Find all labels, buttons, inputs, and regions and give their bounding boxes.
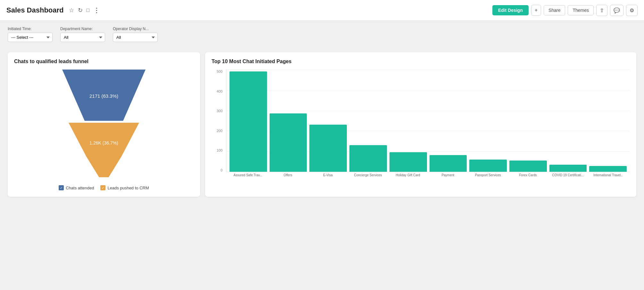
bar-wrapper[interactable] [549,70,587,172]
bar-wrapper[interactable] [589,70,627,172]
bar-wrapper[interactable] [349,70,387,172]
save-icon[interactable]: □ [87,7,90,13]
x-axis-label: Payment [429,172,467,185]
x-axis-label: Assured Safe Trav... [229,172,267,185]
bar [349,145,387,172]
funnel-top-shape: 2171 (63.3%) [56,70,152,124]
y-axis-label: 100 [217,148,222,152]
x-axis-label: Offers [269,172,307,185]
bar [430,155,467,172]
bar-chart-title: Top 10 Most Chat Initiated Pages [212,59,630,64]
y-axis-label: 500 [217,70,222,73]
filter-department-label: Department Name: [60,27,105,31]
export-button[interactable]: ⇧ [596,5,607,16]
filters-bar: Initiated Time: --- Select --- Departmen… [0,21,644,47]
funnel-bottom-shape: 1.26K (36.7%) [69,123,139,179]
legend-leads-crm-label: Leads pushed to CRM [107,186,149,190]
filter-initiated-time-select[interactable]: --- Select --- [8,33,53,42]
filter-operator-label: Operator Display N... [113,27,158,31]
x-axis-label: Forex Cards [509,172,547,185]
legend-chats-attended: ✓ Chats attended [59,185,94,190]
settings-button[interactable]: ⚙ [626,5,638,16]
funnel-card: Chats to qualified leads funnel 2171 (63… [8,52,200,197]
themes-button[interactable]: Themes [568,5,594,15]
bar [270,113,307,172]
y-axis-label: 200 [217,129,222,133]
bar [230,71,267,172]
main-content: Chats to qualified leads funnel 2171 (63… [0,47,644,204]
bar-wrapper[interactable] [509,70,547,172]
funnel-bottom-label: 1.26K (36.7%) [89,140,118,145]
x-axis-label: E-Visa [309,172,347,185]
legend-chats-attended-icon: ✓ [59,185,64,190]
y-axis-label: 300 [217,109,222,113]
bar-wrapper[interactable] [469,70,507,172]
funnel-top-label: 2171 (63.3%) [89,93,118,99]
bar [309,125,347,172]
filter-initiated-time-label: Initiated Time: [8,27,53,31]
bar-wrapper[interactable] [230,70,267,172]
filter-operator-select[interactable]: All [113,33,158,42]
legend-leads-crm-icon: ✓ [100,185,105,190]
svg-marker-1 [69,123,139,177]
header-icon-group: ☆ ↻ □ ⋮ [69,6,100,14]
add-button[interactable]: + [531,5,541,16]
header-actions: Edit Design + Share Themes ⇧ 💬 ⚙ [492,5,638,16]
y-axis: 5004003002001000 [212,70,224,172]
bar-wrapper[interactable] [270,70,307,172]
edit-design-button[interactable]: Edit Design [492,5,529,15]
star-icon[interactable]: ☆ [69,7,74,14]
funnel-legend: ✓ Chats attended ✓ Leads pushed to CRM [14,185,194,190]
filter-operator: Operator Display N... All [113,27,158,42]
y-axis-label: 0 [221,168,222,172]
bar [549,165,587,172]
bar-chart-card: Top 10 Most Chat Initiated Pages 5004003… [205,52,636,197]
bar-wrapper[interactable] [389,70,427,172]
x-axis-label: COVID 19 Certificati... [549,172,587,185]
share-button[interactable]: Share [544,5,565,15]
filter-department: Department Name: All [60,27,105,42]
bar [389,152,427,172]
bar-wrapper[interactable] [309,70,347,172]
x-axis-label: International Travel.. [589,172,627,185]
filter-department-select[interactable]: All [60,33,105,42]
x-axis-label: Passport Services [469,172,507,185]
page-title: Sales Dashboard [6,6,64,14]
bar [469,160,507,172]
x-axis-label: Holiday Gift Card [389,172,427,185]
funnel-card-title: Chats to qualified leads funnel [14,59,194,64]
x-labels: Assured Safe Trav...OffersE-VisaConcierg… [226,172,630,185]
bar-wrapper[interactable] [430,70,467,172]
legend-chats-attended-label: Chats attended [66,186,94,190]
more-icon[interactable]: ⋮ [93,6,100,14]
header: Sales Dashboard ☆ ↻ □ ⋮ Edit Design + Sh… [0,0,644,21]
legend-leads-crm: ✓ Leads pushed to CRM [100,185,149,190]
bar [589,166,627,172]
bars-group [226,70,630,172]
filter-initiated-time: Initiated Time: --- Select --- [8,27,53,42]
comments-button[interactable]: 💬 [610,5,623,16]
bar [509,161,547,172]
chart-inner [226,70,630,172]
y-axis-label: 400 [217,89,222,93]
refresh-icon[interactable]: ↻ [78,7,83,14]
x-axis-label: Concierge Services [349,172,387,185]
bar-chart-area: 5004003002001000 Assured Safe Trav...Off… [212,70,630,185]
funnel-chart: 2171 (63.3%) 1.26K (36.7%) [14,70,194,179]
